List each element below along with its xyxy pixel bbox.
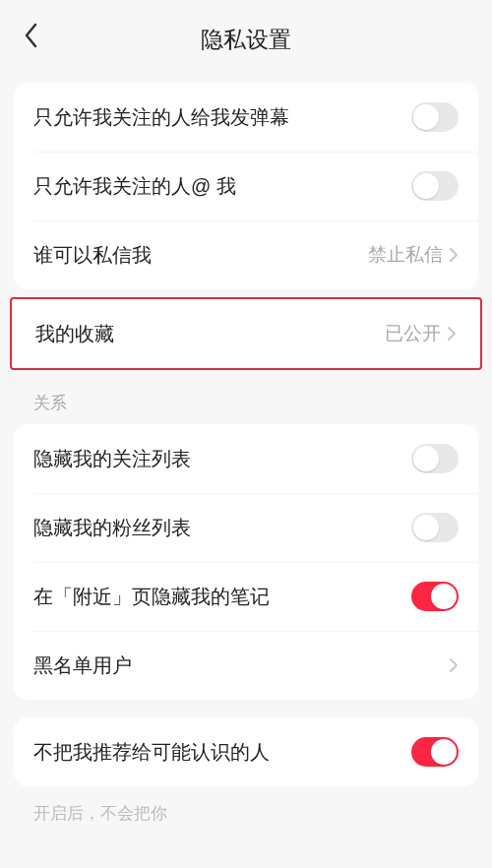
row-label: 黑名单用户 xyxy=(33,652,132,679)
toggle-no-recommend[interactable] xyxy=(411,737,459,767)
toggle-hide-following[interactable] xyxy=(411,444,459,473)
toggle-knob xyxy=(413,104,439,130)
section-title-relations: 关系 xyxy=(0,370,492,420)
chevron-left-icon xyxy=(24,23,39,48)
settings-group-2: 隐藏我的关注列表 隐藏我的粉丝列表 在「附近」页隐藏我的笔记 黑名单用户 xyxy=(14,424,478,700)
toggle-danmu[interactable] xyxy=(411,102,459,132)
toggle-knob xyxy=(413,446,439,471)
toggle-knob xyxy=(431,584,457,609)
footer-note: 开启后，不会把你 xyxy=(0,786,492,825)
header-bar: 隐私设置 xyxy=(0,0,492,71)
toggle-hide-nearby[interactable] xyxy=(411,582,459,611)
row-hide-notes-nearby[interactable]: 在「附近」页隐藏我的笔记 xyxy=(14,562,478,631)
settings-group-3: 不把我推荐给可能认识的人 xyxy=(14,717,478,786)
row-right: 禁止私信 xyxy=(368,242,459,268)
back-button[interactable] xyxy=(18,22,45,49)
row-label: 隐藏我的粉丝列表 xyxy=(33,515,191,541)
chevron-right-icon xyxy=(447,326,457,341)
row-blacklist[interactable]: 黑名单用户 xyxy=(14,631,478,700)
row-hide-following[interactable]: 隐藏我的关注列表 xyxy=(14,424,478,493)
row-label: 不把我推荐给可能认识的人 xyxy=(33,739,270,766)
row-my-favorites[interactable]: 我的收藏 已公开 xyxy=(12,301,480,366)
toggle-knob xyxy=(431,739,457,765)
row-label: 只允许我关注的人@ 我 xyxy=(33,173,236,200)
chevron-right-icon xyxy=(449,247,459,263)
row-who-can-dm[interactable]: 谁可以私信我 禁止私信 xyxy=(14,220,478,289)
page-title: 隐私设置 xyxy=(201,25,291,55)
row-value: 已公开 xyxy=(385,321,441,346)
settings-group-1: 只允许我关注的人给我发弹幕 只允许我关注的人@ 我 谁可以私信我 禁止私信 xyxy=(14,83,478,289)
highlighted-row-frame: 我的收藏 已公开 xyxy=(10,297,482,370)
row-danmu-follow-only[interactable]: 只允许我关注的人给我发弹幕 xyxy=(14,83,478,152)
row-label: 谁可以私信我 xyxy=(33,242,152,269)
toggle-hide-followers[interactable] xyxy=(411,513,459,542)
row-label: 在「附近」页隐藏我的笔记 xyxy=(33,584,270,610)
row-no-recommend[interactable]: 不把我推荐给可能认识的人 xyxy=(14,717,478,786)
toggle-knob xyxy=(413,515,439,540)
toggle-knob xyxy=(413,173,439,199)
row-hide-followers[interactable]: 隐藏我的粉丝列表 xyxy=(14,493,478,562)
chevron-right-icon xyxy=(449,657,459,673)
row-label: 我的收藏 xyxy=(35,321,114,347)
row-label: 隐藏我的关注列表 xyxy=(33,446,191,472)
privacy-settings-screen: 隐私设置 只允许我关注的人给我发弹幕 只允许我关注的人@ 我 谁可以私信我 禁止… xyxy=(0,0,492,868)
row-right: 已公开 xyxy=(385,321,457,346)
toggle-mention[interactable] xyxy=(411,171,459,201)
row-label: 只允许我关注的人给我发弹幕 xyxy=(33,104,289,131)
row-value: 禁止私信 xyxy=(368,242,443,268)
row-right xyxy=(449,657,459,673)
row-mention-follow-only[interactable]: 只允许我关注的人@ 我 xyxy=(14,152,478,220)
